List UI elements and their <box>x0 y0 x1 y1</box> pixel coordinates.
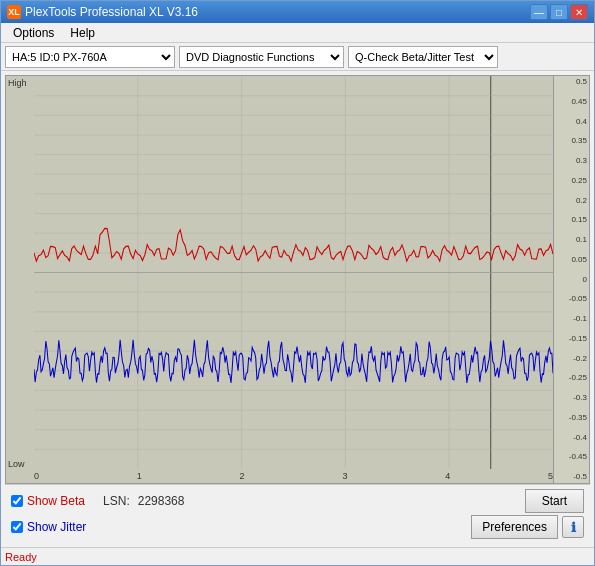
chart-area: High Low <box>5 75 590 484</box>
preferences-button[interactable]: Preferences <box>471 515 558 539</box>
x-label-4: 4 <box>445 471 450 481</box>
axis-label-10: 0 <box>556 276 587 284</box>
menu-options[interactable]: Options <box>5 24 62 42</box>
axis-label-4: 0.3 <box>556 157 587 165</box>
title-bar-controls: — □ ✕ <box>530 4 588 20</box>
axis-label-15: -0.25 <box>556 374 587 382</box>
axis-label-1: 0.45 <box>556 98 587 106</box>
show-beta-checkbox[interactable] <box>11 495 23 507</box>
axis-label-7: 0.15 <box>556 216 587 224</box>
axis-label-3: 0.35 <box>556 137 587 145</box>
minimize-button[interactable]: — <box>530 4 548 20</box>
axis-label-6: 0.2 <box>556 197 587 205</box>
status-text: Ready <box>5 551 37 563</box>
test-select[interactable]: Q-Check Beta/Jitter Test <box>348 46 498 68</box>
title-bar: XL PlexTools Professional XL V3.16 — □ ✕ <box>1 1 594 23</box>
chart-high-label: High <box>8 78 27 88</box>
axis-label-12: -0.1 <box>556 315 587 323</box>
show-jitter-row: Show Jitter <box>11 520 86 534</box>
axis-label-14: -0.2 <box>556 355 587 363</box>
show-jitter-label: Show Jitter <box>27 520 86 534</box>
axis-label-18: -0.4 <box>556 434 587 442</box>
toolbar: HA:5 ID:0 PX-760A DVD Diagnostic Functio… <box>1 43 594 71</box>
axis-label-8: 0.1 <box>556 236 587 244</box>
bottom-bar: Show Beta LSN: 2298368 Start Show Jitter… <box>5 484 590 543</box>
device-select[interactable]: HA:5 ID:0 PX-760A <box>5 46 175 68</box>
axis-label-17: -0.35 <box>556 414 587 422</box>
maximize-button[interactable]: □ <box>550 4 568 20</box>
x-label-2: 2 <box>240 471 245 481</box>
x-label-0: 0 <box>34 471 39 481</box>
app-icon: XL <box>7 5 21 19</box>
chart-low-label: Low <box>8 459 25 469</box>
x-label-5: 5 <box>548 471 553 481</box>
menu-bar: Options Help <box>1 23 594 43</box>
axis-label-5: 0.25 <box>556 177 587 185</box>
window-title: PlexTools Professional XL V3.16 <box>25 5 198 19</box>
info-button[interactable]: ℹ <box>562 516 584 538</box>
function-select[interactable]: DVD Diagnostic Functions <box>179 46 344 68</box>
axis-label-19: -0.45 <box>556 453 587 461</box>
chart-x-axis: 0 1 2 3 4 5 <box>34 469 553 483</box>
show-beta-row: Show Beta <box>11 494 85 508</box>
axis-label-16: -0.3 <box>556 394 587 402</box>
axis-label-9: 0.05 <box>556 256 587 264</box>
lsn-value: 2298368 <box>138 494 185 508</box>
axis-label-11: -0.05 <box>556 295 587 303</box>
lsn-label: LSN: <box>103 494 130 508</box>
status-bar: Ready <box>1 547 594 565</box>
bottom-row2: Show Jitter Preferences ℹ <box>11 515 584 539</box>
start-button[interactable]: Start <box>525 489 584 513</box>
title-bar-left: XL PlexTools Professional XL V3.16 <box>7 5 198 19</box>
axis-label-0: 0.5 <box>556 78 587 86</box>
chart-svg <box>34 76 553 469</box>
axis-label-2: 0.4 <box>556 118 587 126</box>
axis-label-13: -0.15 <box>556 335 587 343</box>
menu-help[interactable]: Help <box>62 24 103 42</box>
bottom-row1: Show Beta LSN: 2298368 Start <box>11 489 584 513</box>
x-label-1: 1 <box>137 471 142 481</box>
chart-container: High Low <box>1 71 594 547</box>
axis-label-20: -0.5 <box>556 473 587 481</box>
x-label-3: 3 <box>342 471 347 481</box>
show-jitter-checkbox[interactable] <box>11 521 23 533</box>
close-button[interactable]: ✕ <box>570 4 588 20</box>
main-window: XL PlexTools Professional XL V3.16 — □ ✕… <box>0 0 595 566</box>
chart-right-axis: 0.5 0.45 0.4 0.35 0.3 0.25 0.2 0.15 0.1 … <box>553 76 589 483</box>
show-beta-label: Show Beta <box>27 494 85 508</box>
